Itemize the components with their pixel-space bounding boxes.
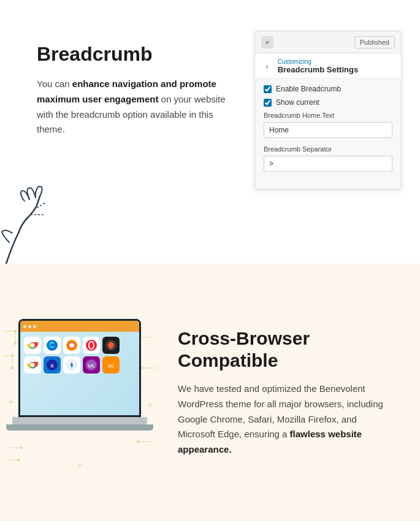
- svg-point-32: [47, 340, 58, 351]
- svg-point-6: [14, 342, 17, 345]
- show-current-checkbox[interactable]: [264, 99, 272, 107]
- browser-dot-3: [33, 325, 36, 328]
- samsung-icon: S: [44, 356, 61, 374]
- customizer-nav: ‹ Customizing Breadcrumb Settings: [255, 53, 401, 79]
- crossbrowser-section: S UC UC: [0, 264, 420, 521]
- browser-icons-grid: S UC UC: [20, 332, 139, 415]
- home-text-input[interactable]: [264, 122, 392, 138]
- laptop-bottom: [6, 424, 153, 431]
- enable-breadcrumb-row: Enable Breadcrumb: [264, 85, 392, 93]
- separator-label: Breadcrumb Separator: [264, 145, 392, 153]
- brave-icon: [102, 337, 120, 354]
- published-button[interactable]: Published: [354, 36, 395, 48]
- customizer-panel: × Published ‹ Customizing Breadcrumb Set…: [254, 31, 402, 190]
- enable-breadcrumb-checkbox[interactable]: [264, 85, 272, 93]
- svg-text:UC: UC: [88, 363, 95, 369]
- desc-before-bold: You can: [37, 79, 72, 89]
- browser-image-area: S UC UC: [0, 307, 159, 478]
- home-text-field: Breadcrumb Home Text: [264, 112, 392, 138]
- breadcrumb-heading: Breadcrumb: [37, 43, 242, 66]
- crossbrowser-heading-line2: Compatible: [178, 350, 278, 370]
- puffin-icon: UC: [102, 356, 120, 374]
- laptop-screen: S UC UC: [18, 319, 141, 417]
- hand-illustration: [0, 184, 55, 264]
- chrome-icon: [24, 337, 41, 354]
- svg-point-40: [31, 363, 35, 367]
- svg-text:UC: UC: [108, 364, 114, 368]
- breadcrumb-section: Breadcrumb You can enhance navigation an…: [0, 0, 420, 264]
- svg-text:S: S: [50, 363, 54, 369]
- opera-icon: [83, 337, 100, 354]
- crossbrowser-description: We have tested and optimized the Benevol…: [178, 381, 395, 458]
- edge-icon: [44, 337, 61, 354]
- customizer-body: Enable Breadcrumb Show current Breadcrum…: [255, 79, 401, 189]
- svg-point-31: [31, 343, 35, 348]
- separator-field: Breadcrumb Separator: [264, 145, 392, 172]
- svg-point-4: [14, 330, 17, 332]
- breadcrumb-text-area: Breadcrumb You can enhance navigation an…: [37, 25, 254, 137]
- uc-icon: UC: [83, 356, 100, 374]
- enable-breadcrumb-label: Enable Breadcrumb: [276, 85, 341, 93]
- customizer-back-button[interactable]: ‹: [262, 60, 272, 72]
- chrome2-icon: [24, 356, 41, 374]
- safari-icon: [63, 356, 80, 374]
- laptop-base: [12, 417, 147, 424]
- separator-input[interactable]: [264, 156, 392, 172]
- svg-point-22: [137, 440, 139, 443]
- svg-point-34: [69, 343, 74, 348]
- browser-dot-1: [23, 325, 26, 328]
- svg-point-20: [17, 459, 20, 461]
- customizer-close-button[interactable]: ×: [261, 36, 273, 48]
- browser-bar: [20, 321, 139, 332]
- home-text-label: Breadcrumb Home Text: [264, 112, 392, 119]
- crossbrowser-text-area: Cross-Browser Compatible We have tested …: [159, 328, 395, 458]
- svg-point-18: [20, 446, 23, 449]
- customizer-parent-label: Customizing: [278, 58, 358, 65]
- browser-dot-2: [28, 325, 31, 328]
- crossbrowser-heading: Cross-Browser Compatible: [178, 328, 395, 372]
- show-current-row: Show current: [264, 98, 392, 107]
- laptop-illustration: S UC UC: [3, 307, 156, 478]
- customizer-section-title: Breadcrumb Settings: [278, 65, 358, 74]
- svg-point-10: [11, 367, 13, 369]
- breadcrumb-description: You can enhance navigation and promote m…: [37, 77, 242, 137]
- firefox-icon: [63, 337, 80, 354]
- customizer-titlebar: × Published: [255, 31, 401, 53]
- crossbrowser-heading-line1: Cross-Browser: [178, 328, 310, 348]
- svg-point-8: [11, 354, 13, 357]
- show-current-label: Show current: [276, 98, 319, 107]
- customizer-nav-labels: Customizing Breadcrumb Settings: [278, 58, 358, 74]
